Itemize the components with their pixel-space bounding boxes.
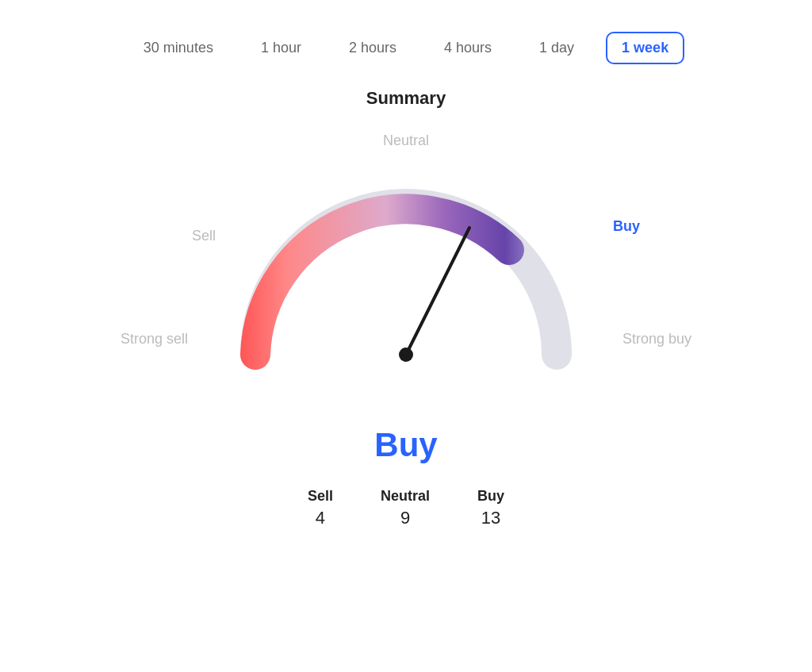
stat-label-sell: Sell [308, 488, 333, 505]
gauge-svg [208, 140, 604, 394]
stat-value-buy: 13 [477, 508, 504, 528]
main-container: 30 minutes1 hour2 hours4 hours1 day1 wee… [16, 16, 796, 544]
time-tabs: 30 minutes1 hour2 hours4 hours1 day1 wee… [48, 32, 764, 64]
stat-sell: Sell4 [308, 488, 333, 528]
tab-1w[interactable]: 1 week [606, 32, 684, 64]
tab-1d[interactable]: 1 day [523, 32, 590, 64]
gauge-colored-arc [255, 209, 509, 355]
tab-4h[interactable]: 4 hours [428, 32, 508, 64]
tab-30min[interactable]: 30 minutes [128, 32, 229, 64]
tab-1h[interactable]: 1 hour [245, 32, 317, 64]
gauge-pivot [399, 348, 413, 362]
gauge-bg-arc [255, 204, 557, 355]
stat-value-sell: 4 [308, 508, 333, 528]
gauge-needle [406, 228, 469, 355]
stat-buy: Buy13 [477, 488, 504, 528]
stats-row: Sell4Neutral9Buy13 [48, 488, 764, 528]
summary-title: Summary [48, 88, 764, 109]
stat-label-neutral: Neutral [381, 488, 430, 505]
stat-value-neutral: 9 [381, 508, 430, 528]
stat-label-buy: Buy [477, 488, 504, 505]
stat-neutral: Neutral9 [381, 488, 430, 528]
tab-2h[interactable]: 2 hours [333, 32, 412, 64]
